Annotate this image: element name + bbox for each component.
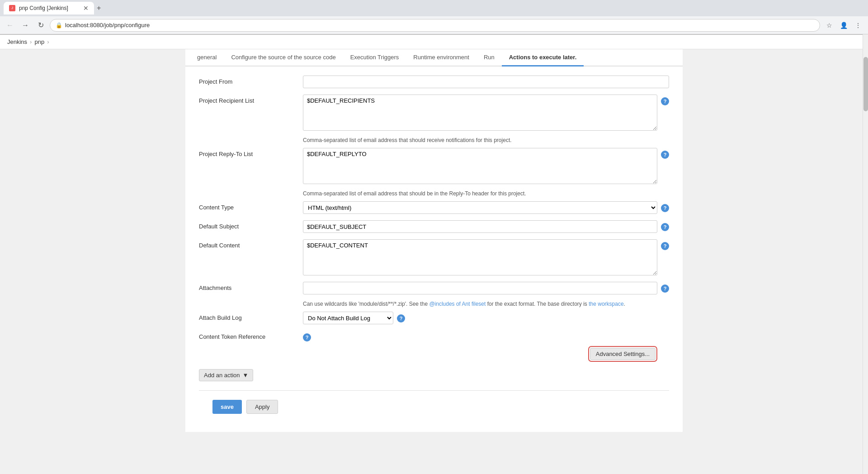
menu-button[interactable]: ⋮ [852,19,864,32]
form-area: Project From Project Recipient List $DEF… [185,66,683,432]
reply-to-help-text: Comma-separated list of email address th… [303,190,669,197]
breadcrumb-sep-1: › [30,38,32,45]
recipient-help-btn[interactable]: ? [661,97,669,105]
browser-tab[interactable]: J pnp Config [Jenkins] ✕ [4,2,94,14]
default-subject-help-btn[interactable]: ? [661,223,669,231]
advanced-settings-button[interactable]: Advanced Settings... [590,348,656,360]
recipient-list-wrapper: $DEFAULT_RECIPIENTS ? [303,95,669,131]
profile-button[interactable]: 👤 [837,19,850,32]
lock-icon: 🔒 [56,22,62,28]
attachments-input[interactable] [303,282,657,294]
workspace-link[interactable]: the workspace [589,301,623,307]
advanced-settings-row: Advanced Settings... [199,348,669,360]
project-from-input[interactable] [303,76,669,88]
default-content-label: Default Content [199,239,298,249]
tab-run[interactable]: Run [476,49,502,66]
forward-button[interactable]: → [19,19,32,32]
tab-actions[interactable]: Actions to execute later. [502,49,584,66]
tab-favicon: J [9,5,15,11]
reply-to-row: Project Reply-To List $DEFAULT_REPLYTO ? [199,148,669,184]
back-button[interactable]: ← [4,19,16,32]
attach-build-log-wrapper: Do Not Attach Build Log Attach Build Log… [303,312,669,324]
recipient-list-textarea[interactable]: $DEFAULT_RECIPIENTS [303,95,657,131]
content-token-label: Content Token Reference [199,331,298,340]
tab-close-button[interactable]: ✕ [83,5,89,12]
content-type-select[interactable]: HTML (text/html) Plain Text (text/plain)… [303,201,657,214]
attachments-row: Attachments ? [199,282,669,294]
content-type-row: Content Type HTML (text/html) Plain Text… [199,201,669,214]
content-type-wrapper: HTML (text/html) Plain Text (text/plain)… [303,201,669,214]
reply-to-textarea[interactable]: $DEFAULT_REPLYTO [303,148,657,184]
breadcrumb-sep-2: › [47,38,49,45]
reply-to-help-btn[interactable]: ? [661,151,669,159]
default-subject-row: Default Subject ? [199,220,669,233]
scrollbar[interactable] [863,34,868,432]
attachments-label: Attachments [199,282,298,291]
apply-button[interactable]: Apply [246,400,278,414]
add-action-chevron-icon: ▼ [243,372,249,379]
save-button[interactable]: save [212,400,242,414]
breadcrumb-jenkins[interactable]: Jenkins [7,38,27,45]
attach-build-log-select[interactable]: Do Not Attach Build Log Attach Build Log… [303,312,393,324]
attachments-wrapper: ? [303,282,669,294]
attachments-help-text: Can use wildcards like 'module/dist/**/*… [303,301,669,307]
tab-general[interactable]: general [190,49,224,66]
tab-source[interactable]: Configure the source of the source code [224,49,343,66]
content-token-wrapper: ? [303,331,669,341]
content-type-select-wrapper: HTML (text/html) Plain Text (text/plain)… [303,201,657,214]
refresh-button[interactable]: ↻ [34,19,47,32]
recipient-list-row: Project Recipient List $DEFAULT_RECIPIEN… [199,95,669,131]
default-subject-input[interactable] [303,220,657,233]
attach-build-log-help-btn[interactable]: ? [397,314,405,322]
scrollbar-thumb[interactable] [863,57,868,111]
main-content: general Configure the source of the sour… [185,49,683,432]
attach-build-log-row: Attach Build Log Do Not Attach Build Log… [199,312,669,324]
attachments-help-suffix: . [624,301,625,307]
content-token-help-btn[interactable]: ? [303,333,311,341]
bottom-buttons: save Apply [199,390,669,423]
attachments-help-mid: for the exact format. The base directory… [486,301,589,307]
tab-title: pnp Config [Jenkins] [19,5,68,11]
attachments-help-btn[interactable]: ? [661,284,669,293]
bookmark-button[interactable]: ☆ [823,19,835,32]
tab-execution-triggers[interactable]: Execution Triggers [343,49,406,66]
default-content-help-btn[interactable]: ? [661,242,669,250]
recipient-help-text: Comma-separated list of email address th… [303,137,669,143]
attach-build-log-label: Attach Build Log [199,312,298,321]
breadcrumb: Jenkins › pnp › [0,35,868,49]
url-input[interactable] [65,22,814,28]
address-bar: 🔒 [50,19,820,32]
default-content-textarea[interactable]: $DEFAULT_CONTENT [303,239,657,275]
ant-fileset-link[interactable]: @includes of Ant fileset [429,301,486,307]
project-from-label: Project From [199,76,298,85]
project-from-wrapper [303,76,669,88]
add-action-button[interactable]: Add an action ▼ [199,369,253,381]
project-from-row: Project From [199,76,669,88]
content-type-label: Content Type [199,201,298,211]
add-action-wrapper: Add an action ▼ [199,360,669,381]
recipient-list-label: Project Recipient List [199,95,298,104]
attachments-help-prefix: Can use wildcards like 'module/dist/**/*… [303,301,429,307]
tab-runtime[interactable]: Runtime environment [406,49,476,66]
content-token-row: Content Token Reference ? [199,331,669,341]
config-tabs: general Configure the source of the sour… [185,49,683,66]
default-subject-wrapper: ? [303,220,669,233]
breadcrumb-pnp[interactable]: pnp [34,38,44,45]
reply-to-wrapper: $DEFAULT_REPLYTO ? [303,148,669,184]
reply-to-label: Project Reply-To List [199,148,298,157]
new-tab-button[interactable]: + [94,4,104,12]
content-type-help-btn[interactable]: ? [661,204,669,212]
default-content-row: Default Content $DEFAULT_CONTENT ? [199,239,669,275]
default-content-wrapper: $DEFAULT_CONTENT ? [303,239,669,275]
add-action-label: Add an action [204,372,240,379]
default-subject-label: Default Subject [199,220,298,230]
